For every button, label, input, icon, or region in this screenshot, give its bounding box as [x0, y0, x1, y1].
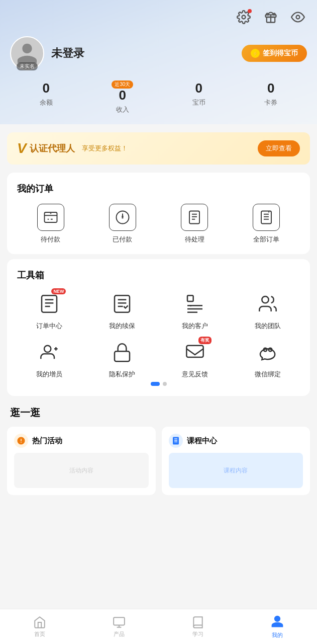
orders-title: 我的订单 [17, 183, 300, 195]
tool-wechat-icon [254, 339, 281, 366]
agent-view-button[interactable]: 立即查看 [258, 140, 300, 156]
tool-order-center-icon: NEW [36, 290, 63, 317]
stat-coins-label: 宝币 [192, 98, 205, 107]
order-pending-payment-label: 待付款 [41, 235, 60, 244]
nav-mine[interactable]: 我的 [238, 615, 317, 639]
course-center-preview: 课程内容 [169, 453, 303, 488]
tool-privacy[interactable]: 隐私保护 [90, 339, 155, 379]
svg-rect-7 [189, 211, 199, 224]
svg-text:¥: ¥ [268, 210, 270, 213]
tool-privacy-label: 隐私保护 [109, 370, 135, 379]
tool-recruitment[interactable]: 我的增员 [17, 339, 82, 379]
stat-income[interactable]: 近30天 0 收入 [112, 80, 133, 114]
nav-products[interactable]: 产品 [79, 616, 159, 638]
order-all[interactable]: ¥ 全部订单 [233, 204, 300, 244]
reward-badge: 有奖 [198, 337, 212, 344]
profile-left: 未实名 未登录 [10, 36, 84, 70]
eye-icon-button[interactable] [289, 8, 307, 26]
dot-1[interactable] [151, 382, 160, 386]
tool-renewal-icon [109, 290, 136, 317]
order-paid[interactable]: ¥ 已付款 [89, 204, 156, 244]
nav-mine-icon [271, 615, 284, 630]
agent-banner-left: V 认证代理人 享受更多权益！ [17, 140, 128, 156]
tools-grid: NEW 订单中心 我的续保 [17, 290, 300, 379]
order-all-label: 全部订单 [253, 235, 279, 244]
orders-card: 我的订单 ¥ 待付款 [7, 173, 310, 254]
tool-customers-label: 我的客户 [182, 321, 208, 331]
tool-feedback-label: 意见反馈 [182, 370, 208, 379]
nav-learn[interactable]: 学习 [159, 616, 238, 638]
svg-point-13 [262, 296, 268, 303]
nav-mine-label: 我的 [272, 631, 283, 639]
tool-recruitment-icon [36, 339, 63, 366]
nav-home-label: 首页 [34, 630, 45, 638]
paid-icon: ¥ [109, 204, 136, 231]
checkin-label: 签到得宝币 [263, 49, 298, 58]
agent-logo: V 认证代理人 [17, 140, 75, 156]
stats-row: 0 余额 近30天 0 收入 0 宝币 0 卡券 [0, 70, 317, 114]
agent-subtitle: 享受更多权益！ [82, 144, 128, 153]
username[interactable]: 未登录 [51, 46, 84, 61]
order-pending-process[interactable]: 待处理 [161, 204, 228, 244]
hot-activities-preview: 活动内容 [14, 453, 149, 488]
tool-customers[interactable]: 我的客户 [163, 290, 228, 331]
gift-icon-button[interactable] [262, 8, 280, 26]
stat-income-value: 0 [119, 88, 126, 103]
course-center-title: 课程中心 [187, 436, 217, 446]
browse-hot-activities[interactable]: 热门活动 活动内容 [7, 427, 156, 495]
tool-order-center-label: 订单中心 [36, 321, 62, 331]
agent-banner[interactable]: V 认证代理人 享受更多权益！ 立即查看 [7, 132, 310, 165]
stat-balance-label: 余额 [40, 98, 53, 107]
tool-order-center[interactable]: NEW 订单中心 [17, 290, 82, 331]
settings-icon-button[interactable] [235, 8, 253, 26]
svg-text:¥: ¥ [121, 215, 124, 220]
v-icon: V [17, 140, 27, 156]
new-badge: NEW [51, 288, 66, 294]
nav-products-label: 产品 [114, 630, 125, 638]
dot-2[interactable] [163, 382, 167, 386]
tool-privacy-icon [109, 339, 136, 366]
unverified-badge: 未实名 [17, 62, 38, 70]
order-pending-process-label: 待处理 [185, 235, 204, 244]
stat-balance-value: 0 [43, 80, 50, 96]
tool-renewal-label: 我的续保 [109, 321, 135, 331]
svg-point-14 [44, 346, 51, 352]
browse-course-center-header: 课程中心 [169, 434, 303, 448]
pending-payment-icon: ¥ [37, 204, 64, 231]
browse-hot-activities-header: 热门活动 [14, 434, 149, 448]
svg-point-0 [242, 16, 246, 19]
svg-text:¥: ¥ [50, 211, 52, 215]
stat-coins[interactable]: 0 宝币 [192, 80, 205, 114]
hot-activities-icon [14, 434, 28, 448]
coin-icon: ⚡ [251, 49, 260, 58]
order-paid-label: 已付款 [113, 235, 132, 244]
svg-rect-10 [42, 295, 57, 312]
stat-vouchers-label: 卡券 [264, 98, 277, 107]
stat-balance[interactable]: 0 余额 [40, 80, 53, 114]
course-center-icon [169, 434, 183, 448]
order-pending-payment[interactable]: ¥ 待付款 [17, 204, 84, 244]
stat-income-label: 收入 [116, 105, 129, 114]
stat-vouchers[interactable]: 0 卡券 [264, 80, 277, 114]
avatar-wrap[interactable]: 未实名 [10, 36, 44, 70]
hot-activities-title: 热门活动 [32, 436, 62, 446]
nav-home[interactable]: 首页 [0, 616, 79, 638]
checkin-button[interactable]: ⚡ 签到得宝币 [242, 45, 307, 62]
tool-customers-icon [181, 290, 208, 317]
orders-grid: ¥ 待付款 ¥ 已付款 [17, 204, 300, 244]
stat-vouchers-value: 0 [267, 80, 274, 96]
all-orders-icon: ¥ [253, 204, 280, 231]
toolbox-title: 工具箱 [17, 269, 300, 281]
browse-course-center[interactable]: 课程中心 课程内容 [162, 427, 310, 495]
top-bar [0, 0, 317, 31]
tool-team-label: 我的团队 [255, 321, 281, 331]
tool-wechat[interactable]: 微信绑定 [235, 339, 300, 379]
tool-feedback[interactable]: 有奖 意见反馈 [163, 339, 228, 379]
agent-title: 认证代理人 [30, 142, 75, 154]
browse-section-title: 逛一逛 [0, 401, 317, 427]
tool-wechat-label: 微信绑定 [255, 370, 281, 379]
svg-rect-12 [187, 295, 193, 301]
tool-renewal[interactable]: 我的续保 [90, 290, 155, 331]
tool-team[interactable]: 我的团队 [235, 290, 300, 331]
toolbox-card: 工具箱 NEW 订单中心 [7, 259, 310, 396]
